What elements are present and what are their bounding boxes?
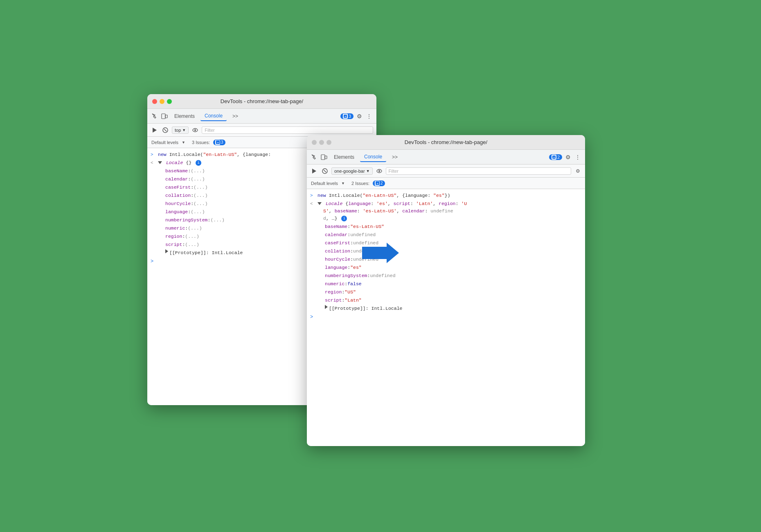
prop-calendar-right: calendar: undefined: [307, 231, 585, 239]
chevron-down-icon: ▼: [182, 128, 186, 132]
issues-badge-left[interactable]: ≡ 3: [213, 140, 225, 145]
clear-btn-right[interactable]: [321, 167, 329, 175]
svg-text:≡: ≡: [376, 182, 378, 185]
prop-casefirst-right: caseFirst: undefined: [307, 239, 585, 247]
issues-levels-right[interactable]: Default levels: [311, 181, 338, 186]
info-icon-left: i: [196, 160, 201, 166]
minimize-button[interactable]: [160, 99, 164, 104]
issue-icon-left: ≡: [343, 114, 348, 119]
arrow-container: [362, 241, 399, 267]
issues-levels-left[interactable]: Default levels: [151, 140, 178, 145]
maximize-button[interactable]: [167, 99, 172, 104]
prop-basename-right: baseName: "es-Latn-US": [307, 223, 585, 231]
issue-icon-right: ≡: [552, 155, 556, 160]
svg-rect-13: [325, 156, 327, 159]
issue-badge-left[interactable]: ≡ 3: [340, 113, 353, 119]
context-selector-left[interactable]: top ▼: [172, 126, 189, 134]
right-title-bar: DevTools - chrome://new-tab-page/: [307, 135, 585, 150]
svg-text:≡: ≡: [217, 141, 218, 144]
more-icon-right[interactable]: ⋮: [574, 153, 582, 161]
issues-badge-icon-right: ≡: [375, 181, 380, 186]
right-maximize-button[interactable]: [326, 140, 331, 145]
info-icon-right: i: [341, 216, 347, 221]
svg-point-20: [378, 170, 380, 172]
svg-marker-4: [153, 128, 157, 133]
settings-icon-right[interactable]: ⚙: [564, 153, 572, 161]
issues-count-right: 2 Issues:: [351, 181, 369, 186]
svg-rect-1: [165, 115, 167, 118]
svg-text:≡: ≡: [553, 156, 555, 159]
left-title-bar: DevTools - chrome://new-tab-page/: [147, 94, 376, 109]
svg-rect-12: [321, 155, 325, 160]
input-prefix-right: >: [310, 192, 316, 199]
right-window-title: DevTools - chrome://new-tab-page/: [405, 139, 487, 145]
prop-numeric-right: numeric: false: [307, 280, 585, 288]
right-console-toolbar: one-google-bar ▼ Filter ⚙: [307, 165, 585, 178]
prop-region-right: region: "US": [307, 288, 585, 296]
prop-proto-right: [[Prototype]]: Intl.Locale: [307, 304, 585, 313]
filter-input-right[interactable]: Filter: [386, 167, 571, 175]
inspector-icon-right[interactable]: [310, 153, 318, 161]
chevron-down-icon-right: ▼: [366, 169, 370, 173]
cursor-line-right[interactable]: >: [307, 313, 585, 322]
right-close-button[interactable]: [312, 140, 317, 145]
svg-text:≡: ≡: [344, 115, 346, 118]
issues-badge-icon-left: ≡: [215, 140, 220, 145]
close-button[interactable]: [152, 99, 157, 104]
inspector-icon[interactable]: [151, 112, 159, 120]
right-issues-bar: Default levels ▼ 2 Issues: ≡ 2: [307, 178, 585, 189]
svg-point-8: [194, 129, 196, 131]
input-prefix-left: >: [151, 151, 156, 158]
context-selector-right[interactable]: one-google-bar ▼: [331, 167, 373, 175]
prop-numbersystem-right: numberingSystem: undefined: [307, 272, 585, 280]
run-btn-left[interactable]: [151, 126, 159, 134]
settings-icon-left[interactable]: ⚙: [355, 112, 363, 120]
traffic-lights: [152, 99, 172, 104]
tab-console-left[interactable]: Console: [200, 111, 227, 121]
svg-line-6: [164, 129, 167, 131]
settings-btn-right[interactable]: ⚙: [574, 167, 582, 175]
prop-hourcycle-right: hourCycle: undefined: [307, 255, 585, 264]
eye-btn-left[interactable]: [191, 126, 199, 134]
right-console-content: > new Intl.Locale("en-Latn-US", {languag…: [307, 189, 585, 446]
tab-console-right[interactable]: Console: [360, 152, 386, 162]
prop-language-right: language: "es": [307, 264, 585, 272]
run-btn-right[interactable]: [310, 167, 318, 175]
tab-elements-right[interactable]: Elements: [330, 153, 358, 162]
more-icon-left[interactable]: ⋮: [365, 112, 373, 120]
svg-marker-11: [362, 243, 399, 263]
issues-chevron-left: ▼: [182, 140, 185, 144]
left-main-toolbar: Elements Console >> ≡ 3: [147, 109, 376, 124]
console-input-line-right: > new Intl.Locale("en-Latn-US", {languag…: [307, 192, 585, 200]
svg-marker-16: [312, 169, 316, 174]
right-devtools-window: DevTools - chrome://new-tab-page/ Elemen: [307, 135, 585, 446]
tab-more-right[interactable]: >>: [388, 153, 402, 162]
issues-chevron-right: ▼: [341, 181, 345, 185]
filter-input-left[interactable]: Filter: [202, 126, 373, 134]
svg-line-18: [324, 170, 326, 172]
device-icon[interactable]: [160, 112, 169, 120]
clear-btn-left[interactable]: [161, 126, 169, 134]
output-prefix-left: <: [151, 159, 156, 167]
left-window-title: DevTools - chrome://new-tab-page/: [221, 98, 303, 104]
locale-obj-header-right: < Locale {language: 'es', script: 'Latn'…: [307, 200, 585, 223]
output-prefix-right: <: [310, 200, 316, 207]
right-main-toolbar: Elements Console >> ≡ 2: [307, 150, 585, 165]
eye-btn-right[interactable]: [375, 167, 383, 175]
tab-elements-left[interactable]: Elements: [170, 112, 199, 121]
right-minimize-button[interactable]: [319, 140, 324, 145]
right-traffic-lights: [312, 140, 331, 145]
tab-more-left[interactable]: >>: [228, 112, 242, 121]
device-icon-right[interactable]: [320, 153, 328, 161]
issues-badge-right[interactable]: ≡ 2: [373, 180, 385, 186]
prop-script-right: script: "Latn": [307, 296, 585, 304]
prop-collation-right: collation: undefined: [307, 247, 585, 255]
svg-rect-0: [162, 114, 165, 119]
issue-badge-right[interactable]: ≡ 2: [549, 154, 562, 160]
direction-arrow: [362, 241, 399, 265]
issues-count-left: 3 Issues:: [192, 140, 210, 145]
